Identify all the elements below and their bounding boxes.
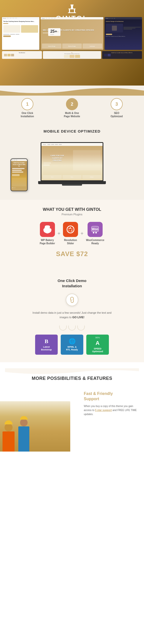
svg-text:WP: WP (45, 229, 49, 232)
logo-icon (67, 5, 77, 13)
what-you-get-section: WHAT YOU GET WITH GINTOL Premium Plugins… (0, 200, 144, 265)
feature-badge-1: 1 (21, 98, 33, 110)
tech-badges-row: B LatestBootstrap 🌐 WPML &RTL Ready 96% … (5, 335, 139, 355)
plugin-wpbakery: WP WP BakeryPage Builder (40, 222, 55, 245)
svg-rect-0 (70, 5, 74, 6)
tech-badge-speed: 96% A SPEEDOptimized (86, 335, 109, 355)
svg-rect-4 (74, 9, 75, 12)
plugin-woocommerce: Woo WooCommerceReady (86, 222, 104, 245)
feature-badge-2: 2 (66, 98, 78, 110)
bootstrap-label: LatestBootstrap (41, 346, 52, 351)
laptop-mockup: Gintol CARE FOR OURCLIENTS BYCREATING (34, 142, 110, 190)
helmet-1 (5, 420, 13, 424)
svg-point-11 (95, 232, 97, 233)
plus-sign-2: + (81, 231, 84, 236)
laptop-stand (62, 184, 82, 186)
oc-title: One Click DemoInstallation (5, 278, 139, 289)
woocommerce-icon: Woo (88, 222, 103, 237)
tech-badge-wpml: 🌐 WPML &RTL Ready (61, 335, 83, 355)
sc-headline-1: The Eye Catching Interior Designing Serv… (3, 21, 38, 22)
workers-figures (0, 416, 70, 452)
save-text: SAVE $72 (5, 250, 139, 258)
workers-illustration (0, 401, 70, 452)
tech-badge-bootstrap: B LatestBootstrap (35, 335, 58, 355)
mp-title: MORE POSSIBILITIES & FEATURES (5, 376, 139, 381)
sc-headline-3: Interior Design & Architecture (106, 21, 141, 22)
laptop-nav-bar: Gintol (41, 143, 103, 146)
head-2 (20, 419, 28, 426)
support-link[interactable]: 5 star support (95, 409, 112, 412)
feature-label-2: Multi & OnePage Website (64, 111, 80, 118)
woocommerce-label: WooCommerceReady (86, 238, 104, 245)
wave-separator (5, 368, 139, 376)
plugin-revslider: RevolutionSlider (63, 222, 78, 245)
feature-3: 3 SEOOptimized (94, 98, 139, 118)
revslider-label: RevolutionSlider (64, 238, 77, 245)
svg-point-12 (71, 299, 73, 300)
laptop-hero-area: CARE FOR OURCLIENTS BYCREATING (41, 146, 103, 174)
feature-1: 1 One ClickInstallation (5, 98, 50, 118)
screenshot-dark: Gintol Interior Design & Architecture (105, 17, 142, 50)
support-title: Fast & FriendlySupport (84, 391, 139, 402)
wpbakery-label: WP BakeryPage Builder (40, 238, 55, 245)
svg-rect-3 (69, 9, 70, 12)
bootstrap-icon: B (45, 338, 48, 345)
feature-label-1: One ClickInstallation (21, 111, 34, 118)
laptop-hero-text: CARE FOR OURCLIENTS BYCREATING (43, 154, 71, 162)
body-1 (3, 431, 15, 452)
speed-icon: A (96, 340, 100, 346)
sc-service-1: Our Services (2, 51, 42, 59)
one-click-section: One Click DemoInstallation Install demo … (0, 265, 144, 362)
svg-text:Woo: Woo (92, 227, 98, 231)
screenshot-light: Gintol The Eye Catching Interior Designi… (2, 17, 39, 50)
worker-2 (18, 416, 29, 452)
laptop-screen: Gintol CARE FOR OURCLIENTS BYCREATING (41, 142, 103, 181)
plugins-row: WP WP BakeryPage Builder + RevolutionSli… (5, 222, 139, 245)
hero-section: GINTOL Gintol The Eye Catching Interior … (0, 0, 144, 86)
worker-1 (3, 420, 15, 452)
feature-badge-3: 3 (111, 98, 123, 110)
features-row: 1 One ClickInstallation 2 Multi & OnePag… (0, 96, 144, 118)
sc-headline-4: Build Your Lovable house & Offices With … (106, 36, 141, 37)
laptop-base (38, 181, 106, 184)
wpbakery-icon: WP (40, 222, 55, 237)
features-section: 1 One ClickInstallation 2 Multi & OnePag… (0, 86, 144, 123)
svg-rect-5 (68, 12, 76, 13)
support-text: Fast & FriendlySupport When you buy a co… (84, 391, 139, 416)
speed-label: SPEEDOptimized (92, 347, 103, 353)
speed-percent: 96% (95, 336, 100, 339)
phone-screen: Build Your lovable house & Offices With … (11, 159, 27, 191)
plus-sign-1: + (57, 231, 60, 236)
wg-subtitle: Premium Plugins (5, 213, 139, 216)
body-2 (18, 426, 29, 452)
support-description: When you buy a copy of this theme you ga… (84, 404, 139, 416)
wpml-label: WPML &RTL Ready (66, 346, 78, 351)
svg-rect-2 (68, 9, 76, 9)
oc-description: Install demo data in just a few seconds!… (32, 311, 112, 319)
wg-title: WHAT YOU GET WITH GINTOL (5, 207, 139, 212)
phone-content: Build Your lovable house & Offices With … (11, 161, 27, 191)
sc-service-3: Build Your Lovable house & Offices With … (102, 51, 142, 59)
wave-top (0, 86, 144, 96)
wave-decorators (5, 326, 139, 331)
screenshot-counter: 25++ Projects (48, 28, 60, 36)
mobile-section: MOBILE DEVICE OPTIMIZED Gintol CARE FOR … (0, 123, 144, 200)
phone-nav (11, 159, 27, 161)
more-possibilities-section: MORE POSSIBILITIES & FEATURES (0, 362, 144, 381)
head-1 (5, 423, 13, 431)
oc-icon-container (5, 294, 139, 306)
sc-service-2: 25+ We are right place to build your dre… (43, 51, 101, 59)
feature-2: 2 Multi & OnePage Website (50, 98, 94, 118)
mobile-section-title: MOBILE DEVICE OPTIMIZED (5, 129, 139, 133)
wpml-icon: 🌐 (69, 338, 76, 345)
phone-mockup: Build Your lovable house & Offices With … (11, 158, 28, 191)
revslider-icon (63, 222, 78, 237)
feature-label-3: SEOOptimized (111, 111, 123, 118)
touch-icon (66, 294, 78, 306)
helmet-2 (20, 416, 28, 420)
spacer-1 (5, 273, 139, 278)
device-mockup: Gintol CARE FOR OURCLIENTS BYCREATING (5, 138, 139, 194)
support-section: Fast & FriendlySupport When you buy a co… (0, 386, 144, 452)
screenshot-main: Gintol WE CARE FOR OUR CLIENTS BY CREATI… (41, 17, 103, 50)
oc-cta-text: GO LIVE! (72, 316, 84, 319)
